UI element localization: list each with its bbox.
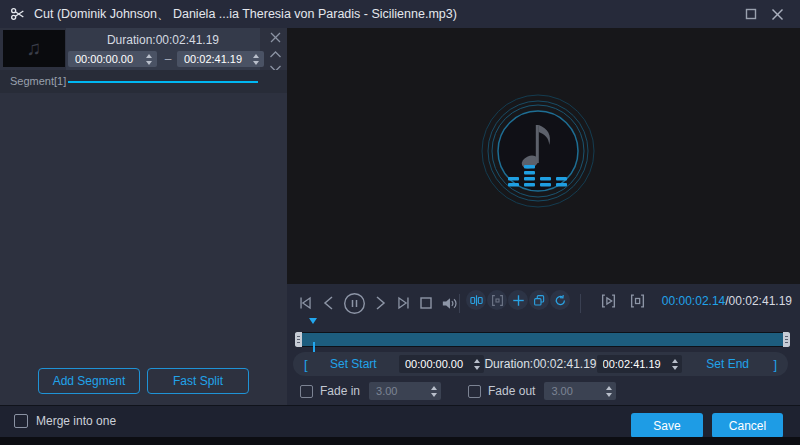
spinner-up-icon[interactable] bbox=[253, 54, 259, 58]
split-icon bbox=[469, 293, 484, 308]
segment-start-spinner[interactable] bbox=[146, 54, 152, 65]
segment-end-input[interactable] bbox=[184, 53, 246, 65]
reset-icon bbox=[553, 293, 568, 308]
fade-out-input-box bbox=[544, 382, 616, 400]
music-notes-icon: ♫ bbox=[27, 37, 42, 60]
timeline-track[interactable] bbox=[295, 332, 790, 347]
right-bracket: ] bbox=[773, 357, 777, 372]
segment-end-spinner[interactable] bbox=[253, 54, 259, 65]
add-split-button[interactable] bbox=[508, 290, 528, 310]
fade-out-spinner[interactable] bbox=[606, 386, 612, 397]
merge-option: Merge into one bbox=[14, 414, 116, 428]
divider bbox=[459, 294, 460, 313]
step-forward-button[interactable] bbox=[372, 294, 388, 312]
skip-back-button[interactable] bbox=[297, 294, 315, 312]
chevron-left-icon bbox=[321, 294, 337, 312]
divider bbox=[580, 294, 581, 313]
fade-out-label: Fade out bbox=[488, 384, 535, 398]
music-note-visual bbox=[468, 83, 608, 233]
chevron-right-icon bbox=[372, 294, 388, 312]
play-segment-icon bbox=[598, 292, 619, 310]
window-title: Cut (Dominik Johnson、 Daniela ...ia Ther… bbox=[34, 6, 457, 23]
trim-start-spinner[interactable] bbox=[474, 359, 480, 370]
cancel-button[interactable]: Cancel bbox=[712, 413, 783, 438]
skip-forward-icon bbox=[394, 294, 412, 312]
segment-end-timebox bbox=[177, 51, 264, 67]
close-button[interactable] bbox=[764, 4, 790, 24]
save-button[interactable]: Save bbox=[631, 413, 703, 438]
segment-thumbnail[interactable]: ♫ bbox=[3, 30, 65, 67]
pause-icon bbox=[343, 292, 366, 315]
plus-icon bbox=[511, 293, 526, 308]
spinner-down-icon[interactable] bbox=[672, 366, 678, 370]
time-display: 00:00:02.14/00:02:41.19 bbox=[662, 294, 792, 308]
delete-segment-button[interactable] bbox=[270, 32, 281, 43]
segment-list-row[interactable]: Segment[1] bbox=[0, 70, 287, 93]
trim-end-spinner[interactable] bbox=[672, 359, 678, 370]
skip-back-icon bbox=[297, 294, 315, 312]
volume-button[interactable] bbox=[440, 294, 459, 313]
set-end-button[interactable]: Set End bbox=[682, 357, 773, 371]
segment-start-input[interactable] bbox=[75, 53, 137, 65]
fade-in-checkbox[interactable] bbox=[300, 385, 313, 398]
bracket-frame-button[interactable] bbox=[487, 290, 507, 310]
footer-bar: Merge into one Save Cancel bbox=[0, 405, 800, 437]
add-segment-button[interactable]: Add Segment bbox=[38, 368, 140, 394]
total-time: 00:02:41.19 bbox=[729, 294, 792, 308]
cut-dialog-window: Cut (Dominik Johnson、 Daniela ...ia Ther… bbox=[0, 0, 800, 445]
segment-start-timebox bbox=[68, 51, 157, 67]
spinner-down-icon[interactable] bbox=[431, 393, 437, 397]
spinner-down-icon[interactable] bbox=[606, 393, 612, 397]
playhead-icon bbox=[309, 318, 317, 341]
spinner-down-icon[interactable] bbox=[474, 366, 480, 370]
stop-segment-icon bbox=[627, 292, 648, 310]
split-button[interactable] bbox=[466, 290, 486, 310]
trim-end-handle[interactable] bbox=[783, 332, 790, 347]
trim-start-timebox bbox=[399, 355, 484, 373]
play-segment-button[interactable] bbox=[598, 292, 619, 310]
segment-range-bar bbox=[68, 81, 258, 83]
spinner-down-icon[interactable] bbox=[146, 61, 152, 65]
chevron-up-icon bbox=[269, 50, 282, 59]
close-icon bbox=[771, 8, 784, 21]
scissors-icon bbox=[10, 6, 26, 22]
copy-segment-button[interactable] bbox=[529, 290, 549, 310]
fade-in-label: Fade in bbox=[320, 384, 360, 398]
trim-end-timebox bbox=[597, 355, 682, 373]
spinner-up-icon[interactable] bbox=[431, 386, 437, 390]
fast-split-button[interactable]: Fast Split bbox=[147, 368, 249, 394]
stop-button[interactable] bbox=[418, 295, 434, 311]
reset-button[interactable] bbox=[550, 290, 570, 310]
spinner-up-icon[interactable] bbox=[146, 54, 152, 58]
fade-in-input-box bbox=[369, 382, 441, 400]
trim-end-input[interactable] bbox=[603, 358, 663, 370]
segment-duration-label: Duration:00:02:41.19 bbox=[66, 33, 260, 47]
trim-start-handle[interactable] bbox=[295, 332, 302, 347]
trim-settings-bar: [ Set Start Duration:00:02:41.19 Set End… bbox=[293, 352, 788, 376]
skip-forward-button[interactable] bbox=[394, 294, 412, 312]
spinner-down-icon[interactable] bbox=[253, 61, 259, 65]
audio-preview-area bbox=[287, 28, 800, 284]
fade-out-input[interactable] bbox=[551, 385, 591, 397]
trim-start-input[interactable] bbox=[405, 358, 465, 370]
close-icon bbox=[270, 32, 281, 43]
pause-button[interactable] bbox=[343, 292, 366, 315]
step-back-button[interactable] bbox=[321, 294, 337, 312]
fade-in-input[interactable] bbox=[376, 385, 416, 397]
range-separator: – bbox=[160, 52, 176, 66]
segment-panel: ♫ Duration:00:02:41.19 – bbox=[0, 28, 287, 405]
merge-checkbox[interactable] bbox=[14, 414, 28, 428]
spinner-up-icon[interactable] bbox=[606, 386, 612, 390]
segment-name-label: Segment[1] bbox=[10, 75, 66, 87]
stop-segment-button[interactable] bbox=[627, 292, 648, 310]
fade-out-checkbox[interactable] bbox=[468, 385, 481, 398]
maximize-button[interactable] bbox=[738, 4, 764, 24]
fade-controls: Fade in Fade out bbox=[300, 381, 616, 401]
move-segment-up-button[interactable] bbox=[269, 50, 282, 59]
spinner-up-icon[interactable] bbox=[672, 359, 678, 363]
trim-duration-label: Duration:00:02:41.19 bbox=[484, 357, 596, 371]
spinner-up-icon[interactable] bbox=[474, 359, 480, 363]
titlebar: Cut (Dominik Johnson、 Daniela ...ia Ther… bbox=[0, 0, 800, 28]
set-start-button[interactable]: Set Start bbox=[308, 357, 399, 371]
fade-in-spinner[interactable] bbox=[431, 386, 437, 397]
